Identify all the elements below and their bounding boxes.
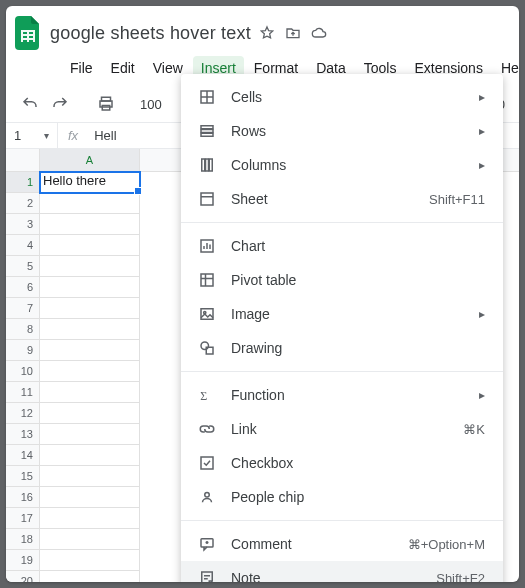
cloud-status-icon[interactable] xyxy=(311,25,327,41)
row-header[interactable]: 12 xyxy=(6,403,40,424)
print-icon[interactable] xyxy=(94,92,118,116)
row-header[interactable]: 14 xyxy=(6,445,40,466)
row-header[interactable]: 13 xyxy=(6,424,40,445)
menu-item-label: Drawing xyxy=(231,340,485,356)
menu-item-comment[interactable]: Comment⌘+Option+M xyxy=(181,527,503,561)
menu-item-checkbox[interactable]: Checkbox xyxy=(181,446,503,480)
cell[interactable]: Hello there xyxy=(40,172,140,193)
menu-item-label: Function xyxy=(231,387,465,403)
menu-item-label: Sheet xyxy=(231,191,415,207)
cell[interactable] xyxy=(40,550,140,571)
cell[interactable] xyxy=(40,235,140,256)
undo-icon[interactable] xyxy=(18,92,42,116)
link-icon xyxy=(197,420,217,438)
menu-item-drawing[interactable]: Drawing xyxy=(181,331,503,365)
cell[interactable] xyxy=(40,277,140,298)
comment-icon xyxy=(197,535,217,553)
row-header[interactable]: 1 xyxy=(6,172,40,193)
drawing-icon xyxy=(197,339,217,357)
cell[interactable] xyxy=(40,298,140,319)
svg-rect-6 xyxy=(201,133,213,136)
menu-edit[interactable]: Edit xyxy=(103,56,143,80)
document-title[interactable]: google sheets hover text xyxy=(50,23,251,44)
menu-item-sheet[interactable]: SheetShift+F11 xyxy=(181,182,503,216)
menu-file[interactable]: File xyxy=(62,56,101,80)
svg-rect-4 xyxy=(201,126,213,129)
row-header[interactable]: 15 xyxy=(6,466,40,487)
svg-point-19 xyxy=(205,493,210,498)
row-header[interactable]: 19 xyxy=(6,550,40,571)
row-header[interactable]: 20 xyxy=(6,571,40,582)
chevron-down-icon: ▾ xyxy=(44,130,49,141)
row-header[interactable]: 4 xyxy=(6,235,40,256)
row-header[interactable]: 11 xyxy=(6,382,40,403)
function-icon: Σ xyxy=(197,388,217,402)
cell[interactable] xyxy=(40,571,140,582)
svg-rect-13 xyxy=(201,309,213,320)
row-header[interactable]: 8 xyxy=(6,319,40,340)
menu-item-pivot-table[interactable]: Pivot table xyxy=(181,263,503,297)
redo-icon[interactable] xyxy=(48,92,72,116)
cell[interactable] xyxy=(40,382,140,403)
cell[interactable] xyxy=(40,466,140,487)
fx-label: fx xyxy=(58,128,88,143)
menu-item-image[interactable]: Image▸ xyxy=(181,297,503,331)
menu-item-cells[interactable]: Cells▸ xyxy=(181,80,503,114)
row-header[interactable]: 17 xyxy=(6,508,40,529)
menu-item-columns[interactable]: Columns▸ xyxy=(181,148,503,182)
svg-rect-10 xyxy=(201,193,213,205)
cell[interactable] xyxy=(40,214,140,235)
cell[interactable] xyxy=(40,256,140,277)
menu-item-people-chip[interactable]: People chip xyxy=(181,480,503,514)
menu-item-note[interactable]: NoteShift+F2 xyxy=(181,561,503,582)
row-header[interactable]: 9 xyxy=(6,340,40,361)
cell[interactable] xyxy=(40,424,140,445)
menu-item-label: Link xyxy=(231,421,449,437)
menu-item-rows[interactable]: Rows▸ xyxy=(181,114,503,148)
move-icon[interactable] xyxy=(285,25,301,41)
menu-item-shortcut: Shift+F11 xyxy=(429,192,485,207)
menu-item-label: Chart xyxy=(231,238,485,254)
row-header[interactable]: 6 xyxy=(6,277,40,298)
titlebar: google sheets hover text xyxy=(6,6,519,54)
svg-rect-12 xyxy=(201,274,213,286)
people-icon xyxy=(197,488,217,506)
columns-icon xyxy=(197,156,217,174)
svg-rect-9 xyxy=(209,159,212,171)
cell[interactable] xyxy=(40,487,140,508)
menu-divider xyxy=(181,371,503,372)
row-header[interactable]: 18 xyxy=(6,529,40,550)
menu-item-chart[interactable]: Chart xyxy=(181,229,503,263)
formula-value[interactable]: Hell xyxy=(88,128,122,143)
menu-item-label: Note xyxy=(231,570,422,582)
menu-divider xyxy=(181,520,503,521)
menu-item-link[interactable]: Link⌘K xyxy=(181,412,503,446)
row-header[interactable]: 10 xyxy=(6,361,40,382)
name-box[interactable]: 1▾ xyxy=(6,123,58,148)
chevron-right-icon: ▸ xyxy=(479,388,485,402)
cell[interactable] xyxy=(40,508,140,529)
cell[interactable] xyxy=(40,340,140,361)
star-icon[interactable] xyxy=(259,25,275,41)
cell[interactable] xyxy=(40,193,140,214)
cell[interactable] xyxy=(40,361,140,382)
row-header[interactable]: 2 xyxy=(6,193,40,214)
menu-item-function[interactable]: ΣFunction▸ xyxy=(181,378,503,412)
zoom-select[interactable]: 100 xyxy=(140,97,162,112)
row-header[interactable]: 7 xyxy=(6,298,40,319)
row-header[interactable]: 5 xyxy=(6,256,40,277)
row-header[interactable]: 3 xyxy=(6,214,40,235)
column-header[interactable]: A xyxy=(40,149,140,171)
rows-icon xyxy=(197,122,217,140)
cell[interactable] xyxy=(40,403,140,424)
menu-item-label: Checkbox xyxy=(231,455,485,471)
row-header[interactable]: 16 xyxy=(6,487,40,508)
select-all-corner[interactable] xyxy=(6,149,40,171)
svg-text:Σ: Σ xyxy=(200,389,207,403)
cell[interactable] xyxy=(40,319,140,340)
note-icon xyxy=(197,569,217,582)
app-window: google sheets hover text FileEditViewIns… xyxy=(6,6,519,582)
cell[interactable] xyxy=(40,529,140,550)
cell[interactable] xyxy=(40,445,140,466)
sheets-logo-icon[interactable] xyxy=(14,14,42,52)
